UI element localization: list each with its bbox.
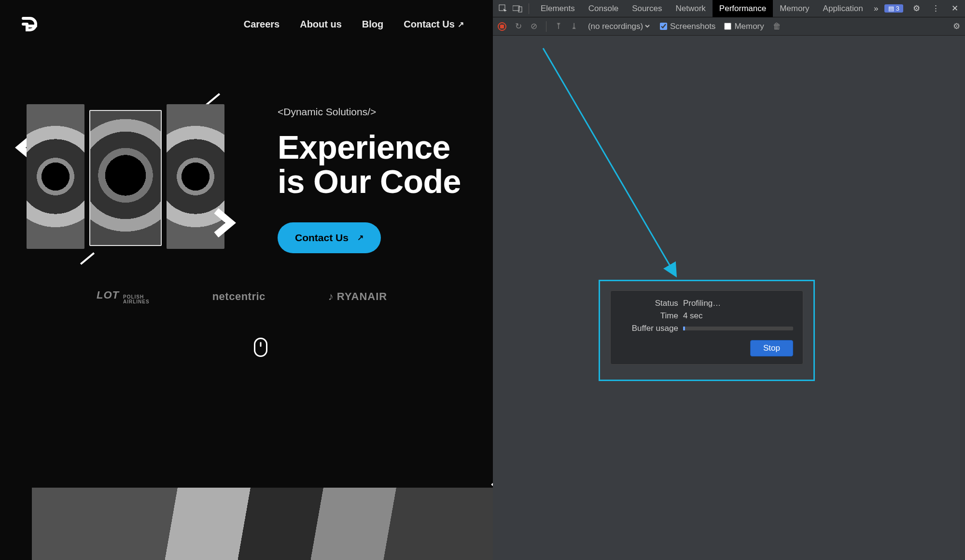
record-button-icon[interactable] — [498, 22, 506, 31]
time-label: Time — [620, 311, 678, 321]
buffer-usage-bar — [683, 327, 793, 330]
logo-ryanair-text: RYANAIR — [337, 290, 387, 303]
harp-icon: ♪ — [328, 290, 334, 303]
devtools-topbar: Elements Console Sources Network Perform… — [493, 0, 965, 17]
tab-elements[interactable]: Elements — [534, 0, 582, 17]
time-value: 4 sec — [683, 311, 703, 321]
site-header: Careers About us Blog Contact Us ↗ — [0, 0, 493, 43]
messages-count: 3 — [896, 5, 899, 12]
buffer-usage-fill — [683, 327, 685, 330]
status-value: Profiling… — [683, 299, 721, 308]
secondary-image — [32, 488, 493, 560]
eye-image-center — [89, 110, 162, 246]
inspect-element-icon[interactable] — [497, 2, 509, 15]
tab-application[interactable]: Application — [816, 0, 870, 17]
settings-gear-icon[interactable]: ⚙ — [910, 2, 923, 15]
performance-panel-body: Status Profiling… Time 4 sec Buffer usag… — [493, 36, 965, 560]
site-logo[interactable] — [19, 14, 43, 34]
nav-blog[interactable]: Blog — [362, 19, 383, 30]
settings-gear-icon[interactable]: ⚙ — [953, 21, 960, 31]
kebab-menu-icon[interactable]: ⋮ — [929, 2, 942, 15]
download-icon[interactable]: ⤓ — [571, 21, 577, 31]
logo-lot: LOT POLISH AIRLINES — [97, 289, 150, 304]
stop-button[interactable]: Stop — [750, 340, 793, 356]
logo-lot-sub2: AIRLINES — [123, 300, 150, 304]
hero-section: <Dynamic Solutions/> Experience is Our C… — [0, 43, 493, 253]
recordings-dropdown[interactable]: (no recordings) — [586, 21, 651, 31]
nav-contact-label: Contact Us — [404, 19, 455, 30]
logo-ryanair: ♪ RYANAIR — [328, 290, 387, 303]
console-messages-badge[interactable]: ▤ 3 — [884, 4, 903, 13]
memory-checkbox[interactable]: Memory — [724, 22, 764, 31]
upload-icon[interactable]: ⤒ — [555, 21, 562, 31]
status-label: Status — [620, 299, 678, 308]
hero-graphic — [27, 106, 224, 249]
external-arrow-icon: ↗ — [458, 20, 464, 29]
close-icon[interactable]: ✕ — [949, 2, 961, 15]
nav-about[interactable]: About us — [300, 19, 342, 30]
divider — [529, 3, 529, 14]
memory-label: Memory — [734, 22, 764, 31]
logo-netcentric: netcentric — [212, 290, 266, 303]
hero-headline: Experience is Our Code — [278, 130, 474, 199]
scroll-mouse-icon — [254, 338, 267, 357]
chrome-devtools: Elements Console Sources Network Perform… — [493, 0, 965, 560]
message-icon: ▤ — [888, 5, 894, 12]
clear-icon[interactable]: ⊘ — [531, 21, 537, 31]
more-tabs-icon[interactable]: » — [870, 2, 882, 15]
screenshots-label: Screenshots — [670, 22, 716, 31]
tab-network[interactable]: Network — [669, 0, 713, 17]
tab-sources[interactable]: Sources — [625, 0, 669, 17]
hero-copy: <Dynamic Solutions/> Experience is Our C… — [278, 106, 474, 253]
svg-rect-2 — [518, 7, 522, 12]
devtools-tabs: Elements Console Sources Network Perform… — [534, 0, 882, 17]
hero-tag: <Dynamic Solutions/> — [278, 106, 474, 118]
contact-us-button[interactable]: Contact Us ↗ — [278, 222, 381, 253]
screenshots-checkbox[interactable]: Screenshots — [660, 22, 716, 31]
screenshots-checkbox-input[interactable] — [660, 23, 667, 30]
chevron-right-icon — [209, 208, 238, 237]
reload-icon[interactable]: ↻ — [515, 21, 522, 31]
tab-console[interactable]: Console — [582, 0, 625, 17]
nav-contact[interactable]: Contact Us ↗ — [404, 19, 464, 30]
profiling-dialog: Status Profiling… Time 4 sec Buffer usag… — [610, 290, 803, 365]
memory-checkbox-input[interactable] — [724, 23, 731, 30]
divider — [546, 21, 546, 32]
external-arrow-icon: ↗ — [357, 233, 364, 242]
annotation-arrow — [507, 48, 869, 289]
buffer-usage-label: Buffer usage — [620, 324, 678, 333]
device-toolbar-icon[interactable] — [511, 2, 524, 15]
cta-label: Contact Us — [295, 232, 349, 244]
logo-lot-main: LOT — [97, 289, 119, 301]
trash-icon[interactable]: 🗑 — [773, 22, 781, 31]
performance-toolbar: ↻ ⊘ ⤒ ⤓ (no recordings) Screenshots Memo… — [493, 17, 965, 36]
website-page: Careers About us Blog Contact Us ↗ <Dyna… — [0, 0, 493, 560]
tab-performance[interactable]: Performance — [713, 0, 773, 17]
svg-line-3 — [543, 48, 675, 275]
nav-careers[interactable]: Careers — [244, 19, 280, 30]
tab-memory[interactable]: Memory — [773, 0, 816, 17]
client-logos: LOT POLISH AIRLINES netcentric ♪ RYANAIR — [0, 253, 493, 304]
main-nav: Careers About us Blog Contact Us ↗ — [244, 19, 464, 30]
eye-image-left — [27, 104, 84, 249]
